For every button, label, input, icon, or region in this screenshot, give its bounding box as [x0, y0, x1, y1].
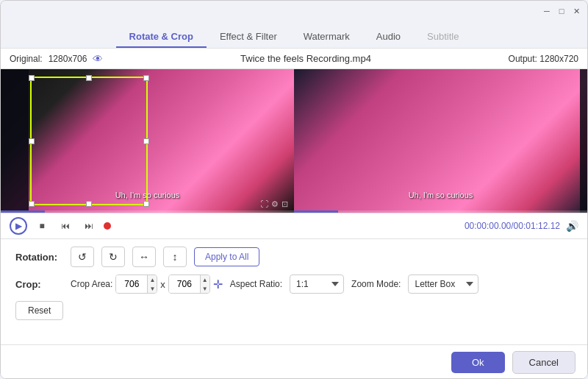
zoom-mode-label: Zoom Mode:	[351, 279, 401, 289]
flip-h-button[interactable]: ↔	[132, 247, 156, 267]
tab-effect-filter[interactable]: Effect & Filter	[207, 26, 290, 48]
crop-area-label: Crop Area:	[71, 279, 112, 289]
crop-handle-topleft[interactable]	[29, 75, 35, 81]
rotate-right-button[interactable]: ↻	[101, 247, 125, 267]
video-left: Uh, I'm so curious ⛶ ⚙ ⊡	[1, 69, 294, 213]
video-frame-left: Uh, I'm so curious	[1, 69, 294, 213]
ok-button[interactable]: Ok	[451, 352, 505, 373]
crop-height-input-group[interactable]: ▲ ▼	[168, 274, 210, 294]
time-display: 00:00:00.00/00:01:12.12	[465, 221, 560, 231]
crop-area-group: Crop Area: ▲ ▼ x ▲ ▼ ✛	[71, 274, 223, 294]
times-icon: x	[160, 279, 165, 290]
video-right: Uh, I'm so curious	[294, 69, 587, 213]
tab-watermark[interactable]: Watermark	[290, 26, 363, 48]
video-playbar-right[interactable]	[294, 210, 587, 213]
original-resolution: 1280x706	[49, 54, 87, 64]
video-playbar-left[interactable]	[1, 210, 294, 213]
tab-audio[interactable]: Audio	[363, 26, 414, 48]
play-button[interactable]: ▶	[10, 217, 27, 235]
video-frame-right: Uh, I'm so curious	[294, 69, 587, 213]
rotation-row: Rotation: ↺ ↻ ↔ ↕ Apply to All	[15, 247, 573, 267]
settings-icon[interactable]: ⚙	[271, 199, 279, 209]
crop-height-input[interactable]	[169, 275, 200, 293]
crop-icon[interactable]: ⊡	[282, 199, 288, 209]
crop-center-icon[interactable]: ✛	[213, 277, 223, 291]
footer: Ok Cancel	[1, 344, 587, 379]
minimize-button[interactable]: ─	[542, 6, 552, 16]
crop-width-input[interactable]	[116, 275, 147, 293]
preview-info-bar: Original: 1280x706 👁 Twice the feels Rec…	[1, 49, 587, 69]
progress-fill-right	[294, 210, 338, 213]
output-info: Output: 1280x720	[509, 54, 578, 64]
video-preview: Uh, I'm so curious ⛶ ⚙ ⊡ Uh, I'm so cu	[1, 69, 587, 213]
crop-width-arrows: ▲ ▼	[147, 275, 157, 293]
tab-rotate-crop[interactable]: Rotate & Crop	[116, 26, 207, 48]
subtitle-right: Uh, I'm so curious	[294, 191, 587, 199]
stop-button[interactable]: ■	[33, 217, 51, 235]
next-button[interactable]: ⏭	[80, 217, 98, 235]
original-info: Original: 1280x706 👁	[10, 53, 103, 65]
progress-fill	[1, 210, 45, 213]
crop-height-down[interactable]: ▼	[201, 284, 209, 293]
crop-label: Crop:	[15, 279, 63, 290]
reset-button[interactable]: Reset	[15, 301, 63, 320]
crop-width-down[interactable]: ▼	[148, 284, 157, 293]
rotation-label: Rotation:	[15, 252, 63, 263]
original-label: Original:	[10, 54, 43, 64]
maximize-button[interactable]: □	[556, 6, 567, 16]
crop-handle-leftmid[interactable]	[29, 138, 35, 144]
crop-height-arrows: ▲ ▼	[200, 275, 209, 293]
flip-v-button[interactable]: ↕	[163, 247, 187, 267]
output-resolution: 1280x720	[539, 54, 578, 64]
crop-handle-rightmid[interactable]	[143, 138, 149, 144]
zoom-mode-select[interactable]: Letter Box Pan & Scan Full	[408, 274, 478, 294]
rotate-left-button[interactable]: ↺	[71, 247, 94, 267]
crop-handle-bottomleft[interactable]	[29, 201, 35, 207]
crop-width-up[interactable]: ▲	[148, 275, 157, 284]
controls-bar: ▶ ■ ⏮ ⏭ 00:00:00.00/00:01:12.12 🔊	[1, 213, 587, 239]
recording-dot	[104, 222, 111, 230]
prev-button[interactable]: ⏮	[57, 217, 74, 235]
crop-width-input-group[interactable]: ▲ ▼	[115, 274, 157, 294]
aspect-ratio-select[interactable]: 1:1 16:9 4:3 Original Custom	[290, 274, 344, 294]
crop-handle-bottommid[interactable]	[86, 201, 92, 207]
crop-row: Crop: Crop Area: ▲ ▼ x ▲ ▼	[15, 274, 573, 294]
cancel-button[interactable]: Cancel	[512, 351, 576, 374]
crop-handle-topright[interactable]	[143, 75, 149, 81]
crop-overlay[interactable]	[30, 77, 148, 205]
aspect-ratio-label: Aspect Ratio:	[230, 279, 282, 289]
video-toolbar-left: ⛶ ⚙ ⊡	[260, 199, 288, 209]
tab-subtitle: Subtitle	[414, 26, 472, 48]
crop-handle-bottomright[interactable]	[143, 201, 149, 207]
crop-height-up[interactable]: ▲	[201, 275, 209, 284]
output-label: Output:	[509, 54, 537, 64]
title-bar: ─ □ ✕	[1, 1, 587, 21]
crop-handle-topmid[interactable]	[86, 75, 92, 81]
close-button[interactable]: ✕	[571, 6, 581, 16]
tabs-bar: Rotate & Crop Effect & Filter Watermark …	[1, 21, 587, 48]
reset-row: Reset	[15, 301, 573, 320]
fullscreen-icon[interactable]: ⛶	[260, 199, 268, 209]
eye-icon[interactable]: 👁	[93, 53, 103, 65]
options-panel: Rotation: ↺ ↻ ↔ ↕ Apply to All Crop: Cro…	[1, 239, 587, 344]
main-area: Original: 1280x706 👁 Twice the feels Rec…	[1, 48, 587, 379]
file-name: Twice the feels Recording.mp4	[240, 53, 371, 64]
apply-to-all-button[interactable]: Apply to All	[194, 247, 259, 266]
volume-icon[interactable]: 🔊	[566, 220, 578, 232]
